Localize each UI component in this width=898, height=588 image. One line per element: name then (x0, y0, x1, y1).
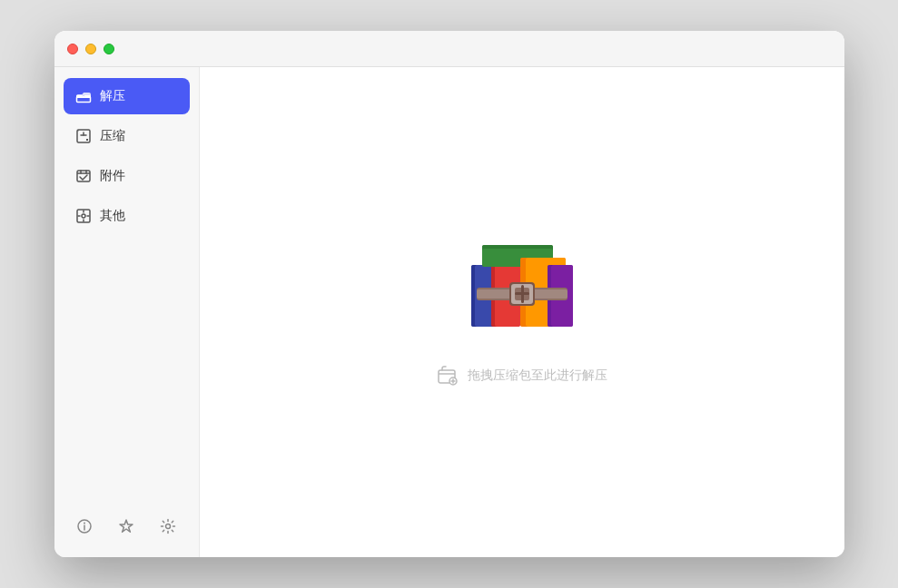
titlebar (54, 31, 844, 67)
sidebar-item-attachment[interactable]: 附件 (64, 158, 190, 194)
other-icon (74, 207, 93, 225)
winrar-logo (468, 238, 577, 347)
drop-area[interactable]: 拖拽压缩包至此进行解压 (437, 238, 607, 387)
compress-icon (74, 127, 93, 145)
traffic-lights (67, 44, 114, 54)
extract-label: 解压 (100, 88, 125, 104)
svg-rect-28 (515, 292, 529, 295)
sidebar: 解压 压缩 (54, 67, 200, 557)
sidebar-nav: 解压 压缩 (64, 78, 190, 506)
drop-hint: 拖拽压缩包至此进行解压 (437, 365, 607, 387)
extract-icon (74, 87, 93, 105)
star-button[interactable] (113, 514, 139, 539)
attachment-icon (74, 167, 93, 185)
drop-hint-text: 拖拽压缩包至此进行解压 (468, 368, 607, 384)
svg-point-3 (82, 214, 85, 218)
minimize-button[interactable] (85, 44, 96, 54)
compress-label: 压缩 (100, 128, 125, 144)
attachment-label: 附件 (100, 168, 125, 184)
drop-hint-icon (437, 365, 459, 387)
info-button[interactable] (72, 514, 97, 539)
sidebar-footer (64, 506, 190, 546)
app-window: 解压 压缩 (54, 31, 844, 557)
content-area: 解压 压缩 (54, 67, 844, 557)
svg-rect-1 (77, 171, 90, 181)
svg-point-6 (166, 524, 171, 529)
settings-button[interactable] (155, 514, 181, 539)
sidebar-item-other[interactable]: 其他 (64, 198, 190, 234)
svg-point-5 (84, 523, 85, 524)
maximize-button[interactable] (104, 44, 114, 54)
sidebar-item-compress[interactable]: 压缩 (64, 118, 190, 154)
main-content: 拖拽压缩包至此进行解压 (200, 67, 844, 557)
sidebar-item-extract[interactable]: 解压 (64, 78, 190, 114)
close-button[interactable] (67, 44, 78, 54)
other-label: 其他 (100, 208, 125, 224)
